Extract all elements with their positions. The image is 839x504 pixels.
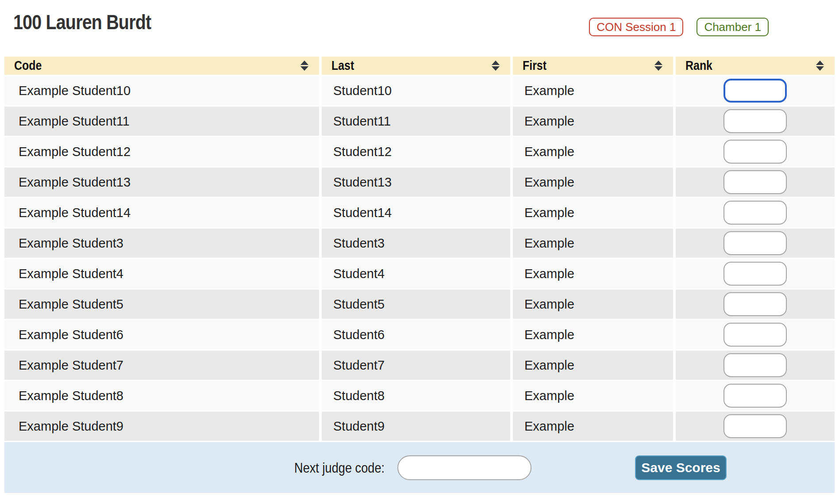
rank-input[interactable] [724, 323, 787, 347]
column-header-code[interactable]: Code [4, 57, 319, 75]
last-cell: Student10 [322, 76, 510, 105]
code-cell: Example Student9 [4, 412, 319, 441]
last-cell: Student12 [322, 137, 510, 166]
rank-cell [676, 351, 835, 380]
code-cell: Example Student11 [4, 107, 319, 136]
rank-cell [676, 320, 835, 349]
next-judge-input[interactable] [397, 455, 531, 480]
sort-icon [654, 61, 662, 71]
first-cell: Example [513, 290, 673, 319]
table-row: Example Student14 Student14 Example [4, 198, 835, 227]
last-cell: Student5 [322, 290, 510, 319]
rank-cell [676, 259, 835, 288]
rank-cell [676, 229, 835, 258]
table-row: Example Student3 Student3 Example [4, 229, 835, 258]
page-title: 100 Lauren Burdt [13, 10, 151, 34]
rank-input[interactable] [724, 79, 787, 103]
table-row: Example Student5 Student5 Example [4, 290, 835, 319]
rank-input[interactable] [724, 262, 787, 286]
last-cell: Student4 [322, 259, 510, 288]
rank-input[interactable] [724, 170, 787, 194]
first-cell: Example [513, 412, 673, 441]
first-cell: Example [513, 320, 673, 349]
last-cell: Student8 [322, 381, 510, 410]
session-badge[interactable]: CON Session 1 [589, 18, 683, 36]
rank-input[interactable] [724, 140, 787, 164]
table-row: Example Student8 Student8 Example [4, 381, 835, 410]
first-cell: Example [513, 76, 673, 105]
code-cell: Example Student6 [4, 320, 319, 349]
sort-icon [816, 61, 824, 71]
first-cell: Example [513, 107, 673, 136]
sort-icon [300, 61, 308, 71]
rank-cell [676, 290, 835, 319]
rank-cell [676, 168, 835, 197]
code-cell: Example Student10 [4, 76, 319, 105]
last-cell: Student7 [322, 351, 510, 380]
table-header-row: Code Last First Rank [4, 57, 835, 75]
last-cell: Student11 [322, 107, 510, 136]
chamber-badge[interactable]: Chamber 1 [697, 18, 769, 36]
code-cell: Example Student14 [4, 198, 319, 227]
footer-bar: Next judge code: Save Scores [4, 442, 835, 493]
code-cell: Example Student4 [4, 259, 319, 288]
column-header-label: Code [14, 58, 42, 73]
top-bar: 100 Lauren Burdt CON Session 1 Chamber 1 [0, 0, 839, 57]
rank-input[interactable] [724, 231, 787, 255]
code-cell: Example Student5 [4, 290, 319, 319]
last-cell: Student13 [322, 168, 510, 197]
first-cell: Example [513, 229, 673, 258]
first-cell: Example [513, 259, 673, 288]
rank-cell [676, 107, 835, 136]
first-cell: Example [513, 137, 673, 166]
first-cell: Example [513, 198, 673, 227]
table-row: Example Student6 Student6 Example [4, 320, 835, 349]
first-cell: Example [513, 168, 673, 197]
next-judge-label: Next judge code: [294, 459, 385, 476]
code-cell: Example Student3 [4, 229, 319, 258]
code-cell: Example Student7 [4, 351, 319, 380]
sort-icon [492, 61, 500, 71]
column-header-label: First [523, 58, 547, 73]
badge-group: CON Session 1 Chamber 1 [589, 18, 769, 36]
rank-input[interactable] [724, 109, 787, 133]
column-header-label: Last [331, 58, 354, 73]
judge-ballot-page: 100 Lauren Burdt CON Session 1 Chamber 1… [0, 0, 839, 504]
save-scores-button[interactable]: Save Scores [635, 455, 727, 480]
rank-input[interactable] [724, 384, 787, 408]
code-cell: Example Student12 [4, 137, 319, 166]
column-header-last[interactable]: Last [322, 57, 510, 75]
table-row: Example Student4 Student4 Example [4, 259, 835, 288]
last-cell: Student9 [322, 412, 510, 441]
rank-input[interactable] [724, 201, 787, 225]
rank-cell [676, 76, 835, 105]
column-header-rank[interactable]: Rank [676, 57, 835, 75]
column-header-label: Rank [685, 58, 712, 73]
last-cell: Student14 [322, 198, 510, 227]
rank-cell [676, 198, 835, 227]
rank-input[interactable] [724, 292, 787, 316]
rank-input[interactable] [724, 414, 787, 438]
table-row: Example Student10 Student10 Example [4, 76, 835, 105]
table-row: Example Student9 Student9 Example [4, 412, 835, 441]
first-cell: Example [513, 351, 673, 380]
table-row: Example Student13 Student13 Example [4, 168, 835, 197]
rank-cell [676, 412, 835, 441]
first-cell: Example [513, 381, 673, 410]
table-row: Example Student12 Student12 Example [4, 137, 835, 166]
code-cell: Example Student13 [4, 168, 319, 197]
last-cell: Student3 [322, 229, 510, 258]
last-cell: Student6 [322, 320, 510, 349]
table-row: Example Student7 Student7 Example [4, 351, 835, 380]
table-row: Example Student11 Student11 Example [4, 107, 835, 136]
rank-cell [676, 137, 835, 166]
ballot-table: Code Last First Rank Example Student10 S… [4, 57, 835, 493]
rank-cell [676, 381, 835, 410]
rank-input[interactable] [724, 353, 787, 377]
column-header-first[interactable]: First [513, 57, 673, 75]
code-cell: Example Student8 [4, 381, 319, 410]
